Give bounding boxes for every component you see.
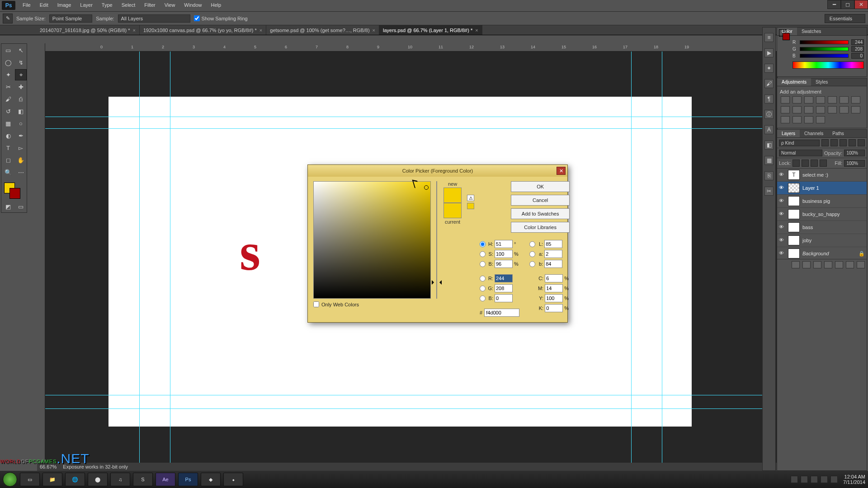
g-slider[interactable] bbox=[800, 47, 849, 51]
color-swatches[interactable] bbox=[2, 181, 27, 200]
guide[interactable] bbox=[139, 52, 140, 463]
l-input[interactable] bbox=[544, 240, 562, 248]
tab-paths[interactable]: Paths bbox=[828, 130, 849, 137]
menu-file[interactable]: File bbox=[18, 0, 35, 10]
ok-button[interactable]: OK bbox=[511, 181, 570, 192]
ruler-horizontal[interactable]: 0 1 2 3 4 5 6 7 8 9 10 11 12 13 14 15 16… bbox=[37, 43, 778, 52]
lab-b-input[interactable] bbox=[544, 260, 562, 268]
extra-tool-icon[interactable]: ⋯ bbox=[15, 167, 27, 178]
layer-row[interactable]: 👁bucky_so_happy bbox=[777, 208, 867, 221]
layer-name[interactable]: joby bbox=[802, 238, 811, 243]
lasso-tool-icon[interactable]: ↯ bbox=[15, 57, 27, 68]
workspace-switcher[interactable]: Essentials bbox=[825, 14, 865, 23]
layer-name[interactable]: bass bbox=[802, 225, 813, 230]
layer-filter-icon[interactable] bbox=[840, 139, 847, 146]
lab-b-radio[interactable] bbox=[529, 261, 535, 267]
menu-edit[interactable]: Edit bbox=[35, 0, 53, 10]
fill-adj-icon[interactable] bbox=[824, 261, 832, 268]
a-radio[interactable] bbox=[529, 251, 535, 257]
layer-name[interactable]: Background bbox=[802, 251, 829, 256]
eyedropper-tool-icon[interactable]: ⌖ bbox=[15, 69, 27, 80]
opacity-value[interactable]: 100% bbox=[844, 150, 865, 156]
layer-row[interactable]: 👁joby bbox=[777, 234, 867, 247]
m-input[interactable] bbox=[545, 284, 563, 292]
layer-name[interactable]: bucky_so_happy bbox=[802, 211, 840, 217]
path-tool-icon[interactable]: ▻ bbox=[15, 142, 27, 154]
guide[interactable] bbox=[45, 117, 769, 117]
guide[interactable] bbox=[662, 52, 662, 463]
lock-icon[interactable] bbox=[811, 160, 818, 167]
adjustment-icon[interactable] bbox=[793, 96, 802, 103]
adjustment-icon[interactable] bbox=[804, 106, 813, 113]
guide[interactable] bbox=[45, 395, 769, 395]
visibility-icon[interactable]: 👁 bbox=[779, 224, 785, 230]
adjustment-icon[interactable] bbox=[793, 106, 802, 113]
tab-swatches[interactable]: Swatches bbox=[797, 28, 826, 35]
dodge-tool-icon[interactable]: ◐ bbox=[2, 130, 14, 141]
h-radio[interactable] bbox=[480, 241, 486, 247]
layer-name[interactable]: select me :) bbox=[802, 172, 828, 178]
l-radio[interactable] bbox=[529, 241, 535, 247]
gradient-tool-icon[interactable]: ▦ bbox=[2, 118, 14, 129]
link-icon[interactable] bbox=[792, 261, 800, 268]
r-radio[interactable] bbox=[480, 276, 486, 282]
layer-row[interactable]: 👁Tselect me :) bbox=[777, 169, 867, 182]
adjustment-icon[interactable] bbox=[851, 96, 860, 103]
layer-row[interactable]: 👁business pig bbox=[777, 195, 867, 208]
h-input[interactable] bbox=[495, 240, 513, 248]
tray-icon[interactable] bbox=[830, 476, 838, 483]
k-input[interactable] bbox=[545, 304, 563, 312]
actions-icon[interactable]: ▶ bbox=[764, 48, 774, 57]
gamut-snap-swatch[interactable] bbox=[467, 203, 474, 209]
type-tool-icon[interactable]: T bbox=[2, 142, 14, 154]
shape-tool-icon[interactable]: ◻ bbox=[2, 155, 14, 166]
guide[interactable] bbox=[45, 408, 769, 409]
hue-slider[interactable] bbox=[436, 181, 437, 299]
menu-type[interactable]: Type bbox=[97, 0, 117, 10]
b-value[interactable]: 0 bbox=[851, 53, 864, 59]
hex-input[interactable] bbox=[484, 309, 519, 317]
guide[interactable] bbox=[45, 128, 769, 129]
screenmode-icon[interactable]: ▭ bbox=[15, 202, 27, 211]
sv-field[interactable] bbox=[313, 181, 431, 299]
r-input[interactable] bbox=[495, 274, 513, 282]
layer-filter-icon[interactable] bbox=[821, 139, 829, 146]
current-color-swatch[interactable] bbox=[443, 203, 462, 218]
layer-row[interactable]: 👁bass bbox=[777, 221, 867, 234]
sample-size-dropdown[interactable]: Point Sample bbox=[49, 14, 92, 23]
window-close-button[interactable]: ✕ bbox=[854, 0, 868, 9]
g-value[interactable]: 208 bbox=[851, 46, 864, 52]
blend-mode-dropdown[interactable]: Normal bbox=[779, 150, 822, 156]
info-icon[interactable]: ⓘ bbox=[764, 110, 774, 119]
window-maximize-button[interactable]: ◻ bbox=[841, 0, 854, 9]
taskbar-app[interactable]: ⬥ bbox=[223, 473, 243, 486]
guide[interactable] bbox=[631, 52, 632, 463]
group-icon[interactable] bbox=[835, 261, 843, 268]
visibility-icon[interactable]: 👁 bbox=[779, 198, 785, 204]
taskbar-app[interactable]: S bbox=[133, 473, 153, 486]
mask-icon[interactable] bbox=[813, 261, 821, 268]
taskbar-app[interactable]: ⬤ bbox=[88, 473, 108, 486]
document-tab[interactable]: 20140707_161618.jpg @ 50% (RGB/8) *× bbox=[36, 25, 140, 35]
adjustment-icon[interactable] bbox=[781, 106, 790, 113]
adjustment-icon[interactable] bbox=[781, 116, 790, 123]
web-colors-input[interactable] bbox=[313, 301, 319, 307]
crop-tool-icon[interactable]: ✂ bbox=[2, 81, 14, 93]
fill-value[interactable]: 100% bbox=[844, 160, 865, 167]
visibility-icon[interactable]: 👁 bbox=[779, 237, 785, 244]
brush-presets-icon[interactable]: 🖌 bbox=[764, 79, 774, 88]
history-icon[interactable]: ≡ bbox=[764, 33, 774, 42]
dialog-titlebar[interactable]: Color Picker (Foreground Color) ✕ bbox=[308, 165, 567, 177]
layer-row[interactable]: 👁Layer 1 bbox=[777, 182, 867, 195]
b-slider[interactable] bbox=[800, 54, 849, 58]
menu-select[interactable]: Select bbox=[117, 0, 140, 10]
visibility-icon[interactable]: 👁 bbox=[779, 185, 785, 191]
gamut-warning-icon[interactable]: ⚠ bbox=[467, 195, 474, 201]
window-minimize-button[interactable]: ━ bbox=[827, 0, 841, 9]
taskbar-app[interactable]: ♫ bbox=[110, 473, 130, 486]
add-to-swatches-button[interactable]: Add to Swatches bbox=[511, 208, 570, 219]
b-radio[interactable] bbox=[480, 261, 486, 267]
start-button[interactable] bbox=[3, 472, 17, 487]
swatches-icon[interactable]: ▦ bbox=[764, 156, 774, 165]
adjustment-icon[interactable] bbox=[816, 96, 825, 103]
